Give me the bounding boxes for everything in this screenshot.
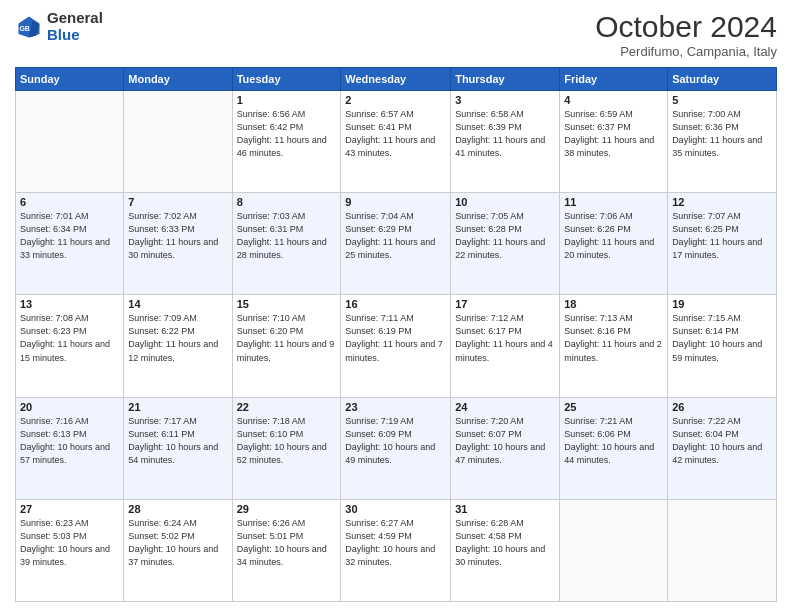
day-info: Sunrise: 7:12 AMSunset: 6:17 PMDaylight:…: [455, 312, 555, 364]
calendar-cell: 30Sunrise: 6:27 AMSunset: 4:59 PMDayligh…: [341, 499, 451, 601]
day-number: 20: [20, 401, 119, 413]
subtitle: Perdifumo, Campania, Italy: [595, 44, 777, 59]
day-info: Sunrise: 7:21 AMSunset: 6:06 PMDaylight:…: [564, 415, 663, 467]
calendar-cell: [560, 499, 668, 601]
day-number: 27: [20, 503, 119, 515]
calendar-cell: 11Sunrise: 7:06 AMSunset: 6:26 PMDayligh…: [560, 193, 668, 295]
day-number: 26: [672, 401, 772, 413]
header-row: Sunday Monday Tuesday Wednesday Thursday…: [16, 68, 777, 91]
day-info: Sunrise: 7:01 AMSunset: 6:34 PMDaylight:…: [20, 210, 119, 262]
day-info: Sunrise: 7:13 AMSunset: 6:16 PMDaylight:…: [564, 312, 663, 364]
calendar-cell: 1Sunrise: 6:56 AMSunset: 6:42 PMDaylight…: [232, 91, 341, 193]
day-info: Sunrise: 6:26 AMSunset: 5:01 PMDaylight:…: [237, 517, 337, 569]
day-info: Sunrise: 6:59 AMSunset: 6:37 PMDaylight:…: [564, 108, 663, 160]
day-number: 30: [345, 503, 446, 515]
table-row: 27Sunrise: 6:23 AMSunset: 5:03 PMDayligh…: [16, 499, 777, 601]
day-number: 22: [237, 401, 337, 413]
day-info: Sunrise: 7:11 AMSunset: 6:19 PMDaylight:…: [345, 312, 446, 364]
day-info: Sunrise: 6:56 AMSunset: 6:42 PMDaylight:…: [237, 108, 337, 160]
col-friday: Friday: [560, 68, 668, 91]
day-number: 16: [345, 298, 446, 310]
col-tuesday: Tuesday: [232, 68, 341, 91]
calendar-cell: 16Sunrise: 7:11 AMSunset: 6:19 PMDayligh…: [341, 295, 451, 397]
day-info: Sunrise: 6:58 AMSunset: 6:39 PMDaylight:…: [455, 108, 555, 160]
page: GB General Blue October 2024 Perdifumo, …: [0, 0, 792, 612]
calendar-cell: 25Sunrise: 7:21 AMSunset: 6:06 PMDayligh…: [560, 397, 668, 499]
logo-blue: Blue: [47, 26, 80, 43]
title-block: October 2024 Perdifumo, Campania, Italy: [595, 10, 777, 59]
calendar-cell: 22Sunrise: 7:18 AMSunset: 6:10 PMDayligh…: [232, 397, 341, 499]
day-number: 5: [672, 94, 772, 106]
day-number: 8: [237, 196, 337, 208]
day-number: 21: [128, 401, 227, 413]
calendar-cell: 27Sunrise: 6:23 AMSunset: 5:03 PMDayligh…: [16, 499, 124, 601]
table-row: 1Sunrise: 6:56 AMSunset: 6:42 PMDaylight…: [16, 91, 777, 193]
day-info: Sunrise: 7:17 AMSunset: 6:11 PMDaylight:…: [128, 415, 227, 467]
calendar-cell: 13Sunrise: 7:08 AMSunset: 6:23 PMDayligh…: [16, 295, 124, 397]
day-info: Sunrise: 6:28 AMSunset: 4:58 PMDaylight:…: [455, 517, 555, 569]
day-number: 3: [455, 94, 555, 106]
day-number: 12: [672, 196, 772, 208]
day-info: Sunrise: 7:00 AMSunset: 6:36 PMDaylight:…: [672, 108, 772, 160]
calendar-cell: 24Sunrise: 7:20 AMSunset: 6:07 PMDayligh…: [451, 397, 560, 499]
calendar-cell: 4Sunrise: 6:59 AMSunset: 6:37 PMDaylight…: [560, 91, 668, 193]
day-number: 1: [237, 94, 337, 106]
day-number: 18: [564, 298, 663, 310]
day-info: Sunrise: 7:22 AMSunset: 6:04 PMDaylight:…: [672, 415, 772, 467]
col-saturday: Saturday: [668, 68, 777, 91]
calendar-cell: 29Sunrise: 6:26 AMSunset: 5:01 PMDayligh…: [232, 499, 341, 601]
day-number: 29: [237, 503, 337, 515]
day-number: 31: [455, 503, 555, 515]
day-number: 10: [455, 196, 555, 208]
day-number: 7: [128, 196, 227, 208]
day-number: 9: [345, 196, 446, 208]
calendar-cell: 9Sunrise: 7:04 AMSunset: 6:29 PMDaylight…: [341, 193, 451, 295]
table-row: 20Sunrise: 7:16 AMSunset: 6:13 PMDayligh…: [16, 397, 777, 499]
day-info: Sunrise: 7:20 AMSunset: 6:07 PMDaylight:…: [455, 415, 555, 467]
calendar-cell: 17Sunrise: 7:12 AMSunset: 6:17 PMDayligh…: [451, 295, 560, 397]
day-info: Sunrise: 6:57 AMSunset: 6:41 PMDaylight:…: [345, 108, 446, 160]
day-number: 23: [345, 401, 446, 413]
col-monday: Monday: [124, 68, 232, 91]
calendar-cell: [668, 499, 777, 601]
day-number: 17: [455, 298, 555, 310]
calendar-cell: 2Sunrise: 6:57 AMSunset: 6:41 PMDaylight…: [341, 91, 451, 193]
day-info: Sunrise: 7:06 AMSunset: 6:26 PMDaylight:…: [564, 210, 663, 262]
calendar-cell: 19Sunrise: 7:15 AMSunset: 6:14 PMDayligh…: [668, 295, 777, 397]
calendar-cell: 26Sunrise: 7:22 AMSunset: 6:04 PMDayligh…: [668, 397, 777, 499]
logo: GB General Blue: [15, 10, 103, 43]
day-number: 25: [564, 401, 663, 413]
day-number: 4: [564, 94, 663, 106]
day-number: 2: [345, 94, 446, 106]
day-number: 13: [20, 298, 119, 310]
header: GB General Blue October 2024 Perdifumo, …: [15, 10, 777, 59]
calendar-cell: 15Sunrise: 7:10 AMSunset: 6:20 PMDayligh…: [232, 295, 341, 397]
calendar-cell: 28Sunrise: 6:24 AMSunset: 5:02 PMDayligh…: [124, 499, 232, 601]
day-info: Sunrise: 7:02 AMSunset: 6:33 PMDaylight:…: [128, 210, 227, 262]
day-info: Sunrise: 7:10 AMSunset: 6:20 PMDaylight:…: [237, 312, 337, 364]
day-number: 24: [455, 401, 555, 413]
day-number: 14: [128, 298, 227, 310]
month-title: October 2024: [595, 10, 777, 44]
calendar-cell: [124, 91, 232, 193]
calendar-cell: 3Sunrise: 6:58 AMSunset: 6:39 PMDaylight…: [451, 91, 560, 193]
calendar-cell: 18Sunrise: 7:13 AMSunset: 6:16 PMDayligh…: [560, 295, 668, 397]
calendar-cell: 23Sunrise: 7:19 AMSunset: 6:09 PMDayligh…: [341, 397, 451, 499]
day-number: 6: [20, 196, 119, 208]
col-sunday: Sunday: [16, 68, 124, 91]
day-info: Sunrise: 7:16 AMSunset: 6:13 PMDaylight:…: [20, 415, 119, 467]
day-info: Sunrise: 7:19 AMSunset: 6:09 PMDaylight:…: [345, 415, 446, 467]
table-row: 13Sunrise: 7:08 AMSunset: 6:23 PMDayligh…: [16, 295, 777, 397]
table-row: 6Sunrise: 7:01 AMSunset: 6:34 PMDaylight…: [16, 193, 777, 295]
day-info: Sunrise: 7:08 AMSunset: 6:23 PMDaylight:…: [20, 312, 119, 364]
calendar-cell: 5Sunrise: 7:00 AMSunset: 6:36 PMDaylight…: [668, 91, 777, 193]
calendar-cell: 6Sunrise: 7:01 AMSunset: 6:34 PMDaylight…: [16, 193, 124, 295]
day-number: 15: [237, 298, 337, 310]
calendar-table: Sunday Monday Tuesday Wednesday Thursday…: [15, 67, 777, 602]
svg-text:GB: GB: [19, 24, 30, 31]
calendar-cell: 14Sunrise: 7:09 AMSunset: 6:22 PMDayligh…: [124, 295, 232, 397]
col-wednesday: Wednesday: [341, 68, 451, 91]
logo-icon: GB: [15, 13, 43, 41]
day-number: 19: [672, 298, 772, 310]
day-info: Sunrise: 7:05 AMSunset: 6:28 PMDaylight:…: [455, 210, 555, 262]
